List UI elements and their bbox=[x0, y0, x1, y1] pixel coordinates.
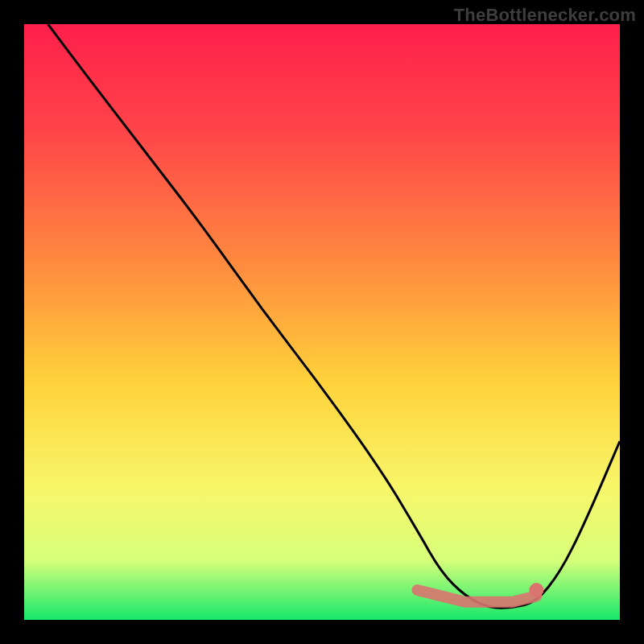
gradient-background bbox=[24, 24, 620, 620]
svg-point-0 bbox=[529, 583, 543, 597]
watermark-text: TheBottlenecker.com bbox=[454, 5, 636, 26]
chart-frame: TheBottlenecker.com bbox=[0, 0, 644, 644]
bottleneck-chart bbox=[24, 24, 620, 620]
